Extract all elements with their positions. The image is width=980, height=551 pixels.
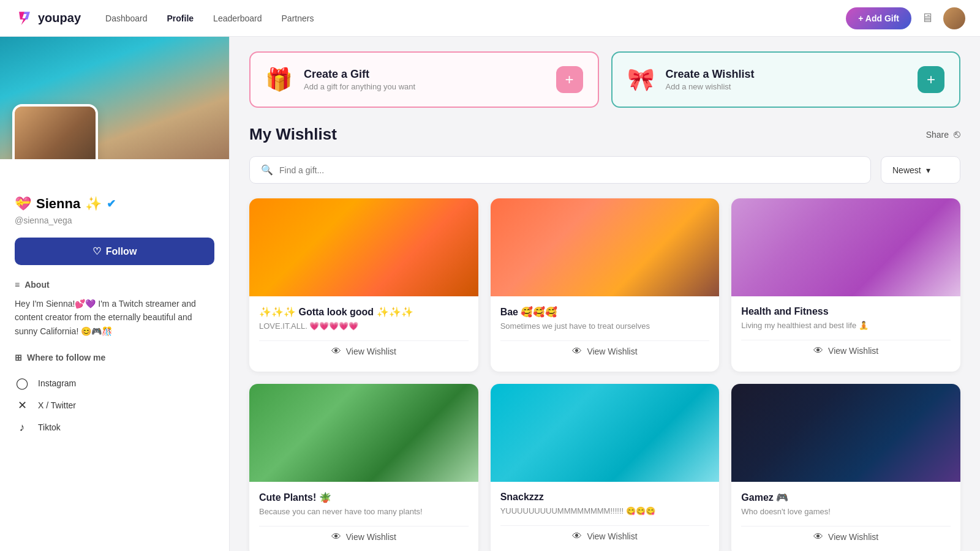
view-wishlist-btn-5[interactable]: 👁 View Wishlist xyxy=(741,526,951,547)
create-wishlist-plus[interactable]: + xyxy=(918,66,944,93)
view-wishlist-btn-4[interactable]: 👁 View Wishlist xyxy=(500,525,710,547)
card-name-0: ✨✨✨ Gotta look good ✨✨✨ xyxy=(259,306,469,318)
create-wishlist-subtitle: Add a new wishlist xyxy=(666,82,755,91)
about-text: Hey I'm Sienna!💕💜 I'm a Twitch streamer … xyxy=(15,297,214,338)
nav-leaderboard[interactable]: Leaderboard xyxy=(213,13,262,23)
logo-icon xyxy=(15,9,34,28)
create-gift-plus[interactable]: + xyxy=(556,66,583,93)
share-icon: ⎋ xyxy=(954,128,960,141)
sidebar-info: 💝 Sienna ✨ ✔ @sienna_vega ♡ Follow ≡ Abo… xyxy=(0,159,229,451)
create-gift-title: Create a Gift xyxy=(304,68,415,81)
instagram-label: Instagram xyxy=(38,378,76,388)
card-image-2 xyxy=(731,198,960,296)
nav-profile[interactable]: Profile xyxy=(167,13,194,23)
create-gift-left: 🎁 Create a Gift Add a gift for anything … xyxy=(265,67,415,92)
heart-icon: ♡ xyxy=(92,246,101,257)
card-desc-1: Sometimes we just have to treat ourselve… xyxy=(500,321,710,331)
search-input[interactable] xyxy=(279,165,859,175)
display-name: Sienna xyxy=(36,196,80,212)
wishlist-card-5[interactable]: Gamez 🎮 Who doesn't love games! 👁 View W… xyxy=(731,384,960,551)
card-body-4: Snackzzz YUUUUUUUUUMMMMMMMM!!!!!! 😋😋😋 👁 … xyxy=(491,482,720,551)
create-wishlist-title: Create a Wishlist xyxy=(666,68,755,81)
tiktok-label: Tiktok xyxy=(38,422,61,432)
sparkle-emoji: ✨ xyxy=(85,196,102,212)
card-body-2: Health and Fitness Living my healthiest … xyxy=(731,296,960,371)
wishlist-card-4[interactable]: Snackzzz YUUUUUUUUUMMMMMMMM!!!!!! 😋😋😋 👁 … xyxy=(491,384,720,551)
instagram-icon: ◯ xyxy=(15,376,29,391)
view-wishlist-btn-2[interactable]: 👁 View Wishlist xyxy=(741,340,951,361)
sort-select[interactable]: Newest ▾ xyxy=(881,156,960,184)
logo[interactable]: youpay xyxy=(15,9,81,28)
card-desc-5: Who doesn't love games! xyxy=(741,507,951,516)
bars-icon: ≡ xyxy=(15,280,20,290)
view-wishlist-btn-1[interactable]: 👁 View Wishlist xyxy=(500,340,710,362)
svg-marker-1 xyxy=(23,12,30,19)
create-gift-subtitle: Add a gift for anything you want xyxy=(304,82,415,91)
eye-icon-3: 👁 xyxy=(331,531,341,542)
card-desc-0: LOVE.IT.ALL. 💗💗💗💗💗 xyxy=(259,321,469,331)
view-wishlist-btn-0[interactable]: 👁 View Wishlist xyxy=(259,340,469,362)
eye-icon-5: 👁 xyxy=(813,531,823,542)
card-body-1: Bae 🥰🥰🥰 Sometimes we just have to treat … xyxy=(491,296,720,372)
create-gift-info: Create a Gift Add a gift for anything yo… xyxy=(304,68,415,91)
search-icon: 🔍 xyxy=(261,164,273,176)
nav-right: + Add Gift 🖥 xyxy=(846,7,965,29)
card-name-1: Bae 🥰🥰🥰 xyxy=(500,306,710,318)
profile-name: 💝 Sienna ✨ ✔ xyxy=(15,196,214,212)
eye-icon-1: 👁 xyxy=(572,346,582,357)
follow-label: Follow xyxy=(106,246,137,257)
about-label: ≡ About xyxy=(15,280,214,290)
wishlist-card-2[interactable]: Health and Fitness Living my healthiest … xyxy=(731,198,960,372)
card-desc-3: Because you can never have too many plan… xyxy=(259,507,469,516)
follow-button[interactable]: ♡ Follow xyxy=(15,238,214,265)
share-label: Share xyxy=(926,130,949,140)
card-image-3 xyxy=(249,384,478,482)
wishlist-card-1[interactable]: Bae 🥰🥰🥰 Sometimes we just have to treat … xyxy=(491,198,720,372)
card-name-2: Health and Fitness xyxy=(741,306,951,317)
action-cards: 🎁 Create a Gift Add a gift for anything … xyxy=(249,51,960,108)
share-button[interactable]: Share ⎋ xyxy=(926,128,960,141)
chevron-down-icon: ▾ xyxy=(926,165,930,175)
card-desc-4: YUUUUUUUUUMMMMMMMM!!!!!! 😋😋😋 xyxy=(500,506,710,515)
wishlist-card-3[interactable]: Cute Plants! 🪴 Because you can never hav… xyxy=(249,384,478,551)
wishlist-header: My Wishlist Share ⎋ xyxy=(249,125,960,144)
card-image-5 xyxy=(731,384,960,482)
main-content: 🎁 Create a Gift Add a gift for anything … xyxy=(230,37,980,551)
avatar[interactable] xyxy=(943,7,965,29)
card-body-0: ✨✨✨ Gotta look good ✨✨✨ LOVE.IT.ALL. 💗💗💗… xyxy=(249,296,478,372)
social-bars-icon: ⊞ xyxy=(15,353,22,362)
social-twitter[interactable]: ✕ X / Twitter xyxy=(15,394,214,416)
verified-icon: ✔ xyxy=(107,197,116,211)
sidebar-cover: ⊞ xyxy=(0,37,229,159)
twitter-icon: ✕ xyxy=(15,398,29,413)
eye-icon-4: 👁 xyxy=(572,531,582,542)
eye-icon-2: 👁 xyxy=(813,345,823,356)
social-tiktok[interactable]: ♪ Tiktok xyxy=(15,416,214,438)
card-desc-2: Living my healthiest and best life 🧘 xyxy=(741,321,951,330)
add-gift-button[interactable]: + Add Gift xyxy=(846,7,911,29)
twitter-label: X / Twitter xyxy=(38,400,76,410)
tiktok-icon: ♪ xyxy=(15,420,29,435)
gift-icon: 🎁 xyxy=(265,67,293,92)
wishlist-grid: ✨✨✨ Gotta look good ✨✨✨ LOVE.IT.ALL. 💗💗💗… xyxy=(249,198,960,551)
card-body-3: Cute Plants! 🪴 Because you can never hav… xyxy=(249,482,478,551)
profile-picture xyxy=(15,107,96,159)
card-image-1 xyxy=(491,198,720,296)
nav-partners[interactable]: Partners xyxy=(282,13,314,23)
view-wishlist-btn-3[interactable]: 👁 View Wishlist xyxy=(259,526,469,547)
search-row: 🔍 Newest ▾ xyxy=(249,156,960,184)
navbar: youpay Dashboard Profile Leaderboard Par… xyxy=(0,0,980,37)
wishlist-card-0[interactable]: ✨✨✨ Gotta look good ✨✨✨ LOVE.IT.ALL. 💗💗💗… xyxy=(249,198,478,372)
create-wishlist-info: Create a Wishlist Add a new wishlist xyxy=(666,68,755,91)
profile-picture-wrap: ⊞ xyxy=(12,104,98,159)
wishlist-icon: 🎀 xyxy=(627,67,655,92)
profile-handle: @sienna_vega xyxy=(15,216,214,225)
nav-dashboard[interactable]: Dashboard xyxy=(105,13,148,23)
wishlist-title: My Wishlist xyxy=(249,125,337,144)
social-instagram[interactable]: ◯ Instagram xyxy=(15,372,214,394)
sort-label: Newest xyxy=(892,165,921,175)
search-wrap: 🔍 xyxy=(249,156,871,184)
monitor-icon[interactable]: 🖥 xyxy=(921,11,933,25)
create-gift-card[interactable]: 🎁 Create a Gift Add a gift for anything … xyxy=(249,51,599,108)
create-wishlist-card[interactable]: 🎀 Create a Wishlist Add a new wishlist + xyxy=(611,51,961,108)
